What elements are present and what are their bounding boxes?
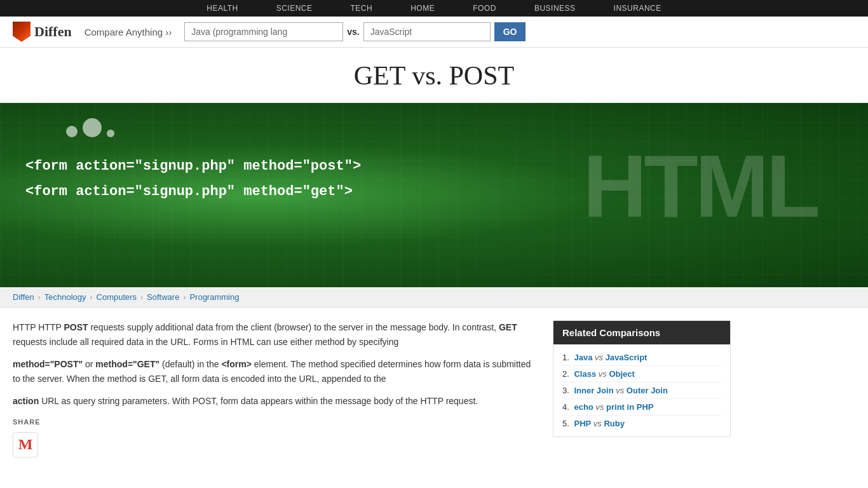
nav-insurance[interactable]: INSURANCE	[614, 4, 661, 13]
action-bold: action	[13, 396, 39, 406]
breadcrumb-sep4: ›	[183, 293, 186, 302]
share-section: SHARE M	[13, 416, 534, 457]
comparison-right-4[interactable]: print in PHP	[606, 402, 653, 412]
comparison-item-2: 2. Class vs Object	[562, 366, 721, 383]
breadcrumb-diffen[interactable]: Diffen	[13, 292, 34, 302]
comparison-left-4[interactable]: echo	[574, 402, 593, 412]
post-bold: POST	[64, 322, 88, 332]
method-post-bold: method="POST"	[13, 359, 83, 369]
comparison-left-5[interactable]: PHP	[574, 419, 591, 428]
comparison-item-1: 1. Java vs JavaScript	[562, 349, 721, 366]
nav-tech[interactable]: TECH	[351, 4, 373, 13]
comparison-vs-3: vs	[616, 386, 627, 395]
compare-form: vs. GO	[184, 22, 855, 41]
nav-science[interactable]: SCIENCE	[276, 4, 313, 13]
hero-banner: <form action="signup.php" method="post">…	[0, 103, 868, 287]
main-content: HTTP HTTP POST requests supply additiona…	[0, 308, 851, 470]
paragraph2-default: (default) in the	[162, 359, 221, 369]
paragraph1-mid: requests supply additional data from the…	[90, 322, 499, 332]
breadcrumb-technology[interactable]: Technology	[44, 292, 86, 302]
article-paragraph1: HTTP HTTP POST requests supply additiona…	[13, 320, 534, 349]
breadcrumb-software[interactable]: Software	[147, 292, 179, 302]
hero-html-text: HTML	[583, 135, 817, 238]
gmail-share-button[interactable]: M	[13, 432, 38, 458]
get-bold: GET	[499, 322, 517, 332]
method-get-bold: method="GET"	[95, 359, 159, 369]
article-body: HTTP HTTP POST requests supply additiona…	[13, 320, 534, 458]
hero-code-line2: <form action="signup.php" method="get">	[25, 179, 361, 205]
comparison-num-1: 1.	[562, 353, 569, 362]
comparison-vs-4: vs	[595, 402, 606, 412]
comparison-left-1[interactable]: Java	[574, 353, 592, 362]
comparison-num-2: 2.	[562, 369, 569, 379]
page-title: GET vs. POST	[0, 60, 868, 91]
nav-business[interactable]: BUSINESS	[534, 4, 576, 13]
breadcrumb-sep2: ›	[90, 293, 93, 302]
gmail-icon: M	[18, 432, 33, 458]
logo-text: Diffen	[34, 24, 72, 40]
paragraph1-end: requests include all required data in th…	[13, 337, 398, 347]
nav-health[interactable]: HEALTH	[207, 4, 238, 13]
logo-link[interactable]: Diffen	[13, 22, 72, 42]
nav-home[interactable]: HOME	[410, 4, 435, 13]
form-code: <form>	[221, 359, 251, 369]
breadcrumb-programming[interactable]: Programming	[189, 292, 239, 302]
article-paragraph3: action URL as query string parameters. W…	[13, 394, 534, 409]
site-header: Diffen Compare Anything ›› vs. GO	[0, 17, 868, 48]
comparison-vs-1: vs	[595, 353, 606, 362]
logo-icon	[13, 22, 31, 42]
comparison-vs-2: vs	[599, 369, 609, 379]
comparison-left-2[interactable]: Class	[574, 369, 596, 379]
sidebar: Related Comparisons 1. Java vs JavaScrip…	[553, 320, 731, 458]
compare-input-left[interactable]	[184, 22, 343, 41]
share-label: SHARE	[13, 416, 41, 428]
comparison-right-5[interactable]: Ruby	[604, 419, 625, 428]
compare-anything-label: Compare Anything ››	[85, 27, 172, 37]
hero-decoration	[64, 116, 117, 142]
comparison-vs-5: vs	[593, 419, 604, 428]
breadcrumb-section: Diffen › Technology › Computers › Softwa…	[0, 287, 868, 308]
comparison-item-5: 5. PHP vs Ruby	[562, 416, 721, 431]
top-navigation: HEALTH SCIENCE TECH HOME FOOD BUSINESS I…	[0, 0, 868, 17]
hero-code-line1: <form action="signup.php" method="post">	[25, 154, 361, 179]
comparison-list: 1. Java vs JavaScript 2. Class vs Object…	[553, 344, 730, 437]
related-comparisons-title: Related Comparisons	[553, 321, 730, 344]
comparison-item-4: 4. echo vs print in PHP	[562, 399, 721, 416]
compare-input-right[interactable]	[363, 22, 491, 41]
comparison-item-3: 3. Inner Join vs Outer Join	[562, 383, 721, 399]
comparison-num-4: 4.	[562, 402, 569, 412]
breadcrumb-sep1: ›	[38, 293, 41, 302]
comparison-right-1[interactable]: JavaScript	[606, 353, 648, 362]
paragraph3-end: URL as query string parameters. With POS…	[41, 396, 478, 406]
page-title-section: GET vs. POST	[0, 48, 868, 103]
article-paragraph2: method="POST" or method="GET" (default) …	[13, 357, 534, 386]
paragraph2-or: or	[85, 359, 95, 369]
nav-food[interactable]: FOOD	[473, 4, 496, 13]
breadcrumb: Diffen › Technology › Computers › Softwa…	[13, 292, 855, 302]
breadcrumb-computers[interactable]: Computers	[97, 292, 137, 302]
comparison-num-3: 3.	[562, 386, 569, 395]
hero-code-block: <form action="signup.php" method="post">…	[25, 154, 361, 204]
go-button[interactable]: GO	[494, 22, 526, 41]
comparison-left-3[interactable]: Inner Join	[574, 386, 613, 395]
comparison-right-2[interactable]: Object	[609, 369, 634, 379]
comparison-num-5: 5.	[562, 419, 569, 428]
vs-separator: vs.	[347, 27, 359, 37]
breadcrumb-sep3: ›	[140, 293, 143, 302]
related-comparisons-box: Related Comparisons 1. Java vs JavaScrip…	[553, 320, 731, 437]
comparison-right-3[interactable]: Outer Join	[627, 386, 668, 395]
